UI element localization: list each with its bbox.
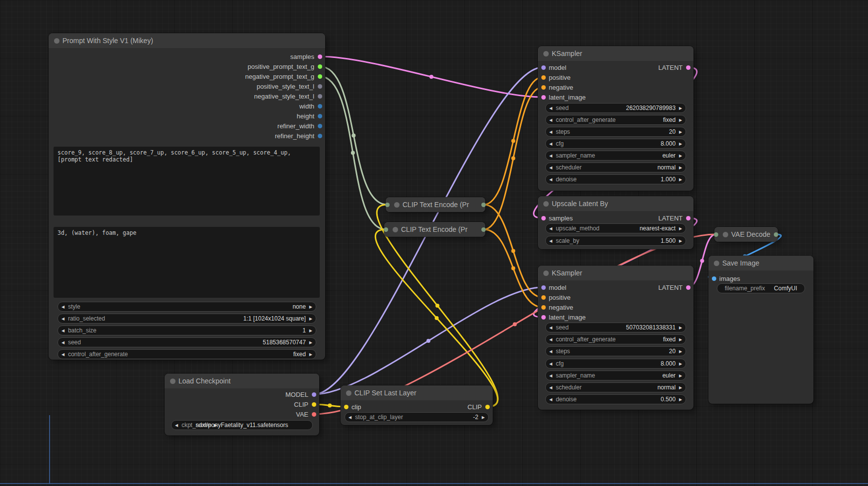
widget-batch_size-decrement-arrow[interactable]: ◀ — [58, 328, 68, 333]
widget-control_after_generate-increment-arrow[interactable]: ▶ — [676, 118, 686, 122]
widget-cfg-increment-arrow[interactable]: ▶ — [676, 362, 686, 366]
widget-cfg[interactable]: ◀cfg8.000▶ — [545, 359, 686, 369]
widget-steps[interactable]: ◀steps20▶ — [545, 127, 686, 137]
widget-seed[interactable]: ◀seed5185368570747▶ — [58, 337, 316, 347]
widget-cfg-decrement-arrow[interactable]: ◀ — [546, 142, 556, 146]
widget-scheduler-increment-arrow[interactable]: ▶ — [676, 385, 686, 390]
collapsed-input-dot[interactable] — [385, 203, 390, 207]
output-LATENT-dot[interactable] — [686, 65, 691, 70]
widget-seed[interactable]: ◀seed262038290789983▶ — [545, 103, 686, 113]
widget-sampler_name-increment-arrow[interactable]: ▶ — [676, 374, 686, 378]
widget-seed-increment-arrow[interactable]: ▶ — [306, 340, 316, 345]
widget-cfg-increment-arrow[interactable]: ▶ — [676, 142, 686, 146]
widget-denoise-increment-arrow[interactable]: ▶ — [676, 397, 686, 402]
input-latent_image-dot[interactable] — [541, 95, 546, 100]
collapsed-output-dot[interactable] — [481, 227, 486, 232]
widget-steps-increment-arrow[interactable]: ▶ — [676, 349, 686, 354]
input-negative-dot[interactable] — [541, 305, 546, 310]
widget-seed-decrement-arrow[interactable]: ◀ — [546, 106, 556, 110]
output-refiner_width-dot[interactable] — [318, 124, 322, 128]
widget-seed-increment-arrow[interactable]: ▶ — [676, 106, 686, 110]
output-negative_style_text_l-dot[interactable] — [318, 94, 322, 99]
widget-denoise[interactable]: ◀denoise1.000▶ — [545, 174, 686, 184]
input-latent_image-dot[interactable] — [541, 315, 546, 320]
output-negative_prompt_text_g-dot[interactable] — [318, 74, 322, 79]
widget-ratio_selected[interactable]: ◀ratio_selected1:1 [1024x1024 square]▶ — [58, 314, 316, 324]
node-status-dot[interactable] — [54, 38, 59, 44]
node-status-dot[interactable] — [714, 261, 719, 266]
output-samples-dot[interactable] — [318, 54, 322, 59]
node-status-dot[interactable] — [543, 51, 549, 56]
widget-scale_by-decrement-arrow[interactable]: ◀ — [546, 239, 556, 243]
widget-cfg[interactable]: ◀cfg8.000▶ — [545, 139, 686, 149]
widget-sampler_name[interactable]: ◀sampler_nameeuler▶ — [545, 371, 686, 380]
comfyui-graph-canvas[interactable]: Prompt With Style V1 (Mikey)samplesposit… — [0, 0, 868, 486]
widget-stop_at_clip_layer-increment-arrow[interactable]: ▶ — [478, 415, 488, 420]
input-model-dot[interactable] — [541, 285, 546, 290]
widget-steps-decrement-arrow[interactable]: ◀ — [546, 349, 556, 354]
widget-steps-increment-arrow[interactable]: ▶ — [676, 130, 686, 134]
collapsed-input-dot[interactable] — [384, 227, 388, 232]
input-model-dot[interactable] — [541, 65, 546, 70]
widget-style-increment-arrow[interactable]: ▶ — [306, 305, 316, 309]
output-VAE-dot[interactable] — [312, 412, 316, 417]
input-images-dot[interactable] — [712, 276, 716, 281]
widget-seed-decrement-arrow[interactable]: ◀ — [58, 340, 68, 345]
widget-scheduler-decrement-arrow[interactable]: ◀ — [546, 385, 556, 390]
positive-prompt-textarea[interactable]: score_9, score_8_up, score_7_up, score_6… — [54, 147, 320, 216]
input-positive-dot[interactable] — [541, 295, 546, 300]
node-status-dot[interactable] — [346, 390, 351, 396]
widget-upscale_method[interactable]: ◀upscale_methodnearest-exact▶ — [545, 223, 686, 233]
input-clip-dot[interactable] — [344, 405, 348, 409]
widget-seed-increment-arrow[interactable]: ▶ — [676, 325, 686, 330]
widget-scheduler[interactable]: ◀schedulernormal▶ — [545, 382, 686, 392]
input-positive-dot[interactable] — [541, 75, 546, 80]
widget-style[interactable]: ◀stylenone▶ — [58, 302, 316, 312]
widget-control_after_generate-decrement-arrow[interactable]: ◀ — [546, 118, 556, 122]
widget-ratio_selected-decrement-arrow[interactable]: ◀ — [58, 317, 68, 321]
input-negative-dot[interactable] — [541, 85, 546, 90]
widget-denoise[interactable]: ◀denoise0.500▶ — [545, 394, 686, 404]
widget-sampler_name-increment-arrow[interactable]: ▶ — [676, 154, 686, 158]
node-status-dot[interactable] — [393, 227, 398, 232]
widget-batch_size[interactable]: ◀batch_size1▶ — [58, 325, 316, 335]
widget-seed-decrement-arrow[interactable]: ◀ — [546, 325, 556, 330]
widget-batch_size-increment-arrow[interactable]: ▶ — [306, 328, 316, 333]
widget-control_after_generate-increment-arrow[interactable]: ▶ — [676, 337, 686, 342]
widget-scale_by[interactable]: ◀scale_by1.500▶ — [545, 236, 686, 246]
output-MODEL-dot[interactable] — [312, 392, 316, 397]
widget-seed[interactable]: ◀seed507032081338331▶ — [545, 323, 686, 332]
node-status-dot[interactable] — [543, 201, 549, 207]
output-refiner_height-dot[interactable] — [318, 134, 322, 138]
widget-sampler_name[interactable]: ◀sampler_nameeuler▶ — [545, 151, 686, 161]
output-LATENT-dot[interactable] — [686, 285, 691, 290]
widget-control_after_generate-increment-arrow[interactable]: ▶ — [306, 352, 316, 357]
widget-sampler_name-decrement-arrow[interactable]: ◀ — [546, 154, 556, 158]
output-LATENT-dot[interactable] — [686, 216, 691, 220]
widget-steps-decrement-arrow[interactable]: ◀ — [546, 130, 556, 134]
output-CLIP-dot[interactable] — [312, 402, 316, 407]
widget-sampler_name-decrement-arrow[interactable]: ◀ — [546, 374, 556, 378]
widget-scheduler-decrement-arrow[interactable]: ◀ — [546, 165, 556, 170]
node-status-dot[interactable] — [394, 202, 400, 208]
widget-control_after_generate[interactable]: ◀control_after_generatefixed▶ — [545, 334, 686, 344]
widget-stop_at_clip_layer[interactable]: ◀stop_at_clip_layer-2▶ — [345, 412, 489, 422]
widget-ckpt_name-decrement-arrow[interactable]: ◀ — [172, 423, 181, 428]
widget-steps[interactable]: ◀steps20▶ — [545, 346, 686, 356]
widget-style-decrement-arrow[interactable]: ◀ — [58, 305, 68, 309]
widget-scheduler[interactable]: ◀schedulernormal▶ — [545, 162, 686, 172]
output-height-dot[interactable] — [318, 114, 322, 118]
collapsed-output-dot[interactable] — [774, 232, 778, 237]
widget-scale_by-increment-arrow[interactable]: ▶ — [676, 239, 686, 243]
collapsed-output-dot[interactable] — [481, 203, 486, 207]
widget-control_after_generate-decrement-arrow[interactable]: ◀ — [58, 352, 68, 357]
widget-control_after_generate-decrement-arrow[interactable]: ◀ — [546, 337, 556, 342]
widget-ckpt_name[interactable]: ◀ckpt_namesdxl/ponyFaetality_v11.safeten… — [171, 420, 313, 430]
widget-filename_prefix[interactable]: filename_prefixComfyUI — [717, 283, 805, 293]
negative-prompt-textarea[interactable]: 3d, (water), foam, gape — [54, 227, 320, 298]
widget-denoise-decrement-arrow[interactable]: ◀ — [546, 177, 556, 182]
widget-ratio_selected-increment-arrow[interactable]: ▶ — [306, 317, 316, 321]
input-samples-dot[interactable] — [541, 216, 546, 220]
node-status-dot[interactable] — [543, 270, 549, 276]
widget-upscale_method-decrement-arrow[interactable]: ◀ — [546, 226, 556, 231]
